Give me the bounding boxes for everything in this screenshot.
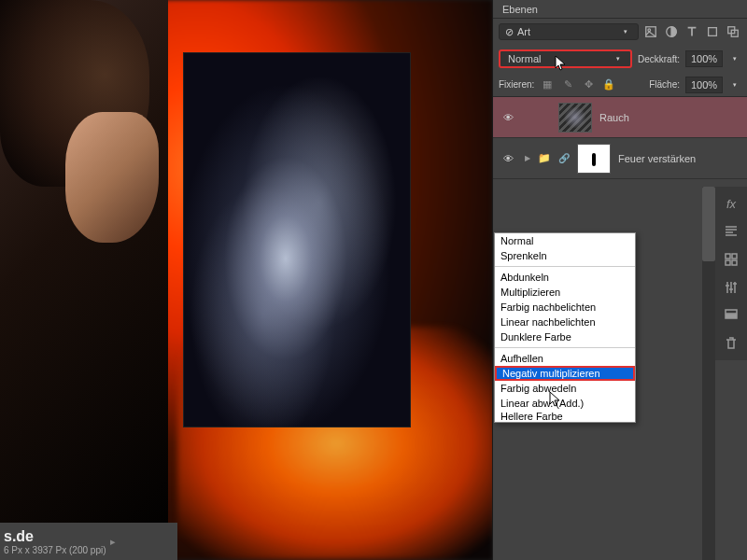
lock-row: Fixieren: ▦ ✎ ✥ 🔒 Fläche: 100% ▾ [493, 73, 747, 97]
layer-filter-dropdown[interactable]: ⊘ Art ▾ [499, 23, 639, 40]
person-figure [0, 0, 168, 560]
filter-adjustment-icon[interactable] [663, 23, 680, 40]
lock-icons-group: ▦ ✎ ✥ 🔒 [540, 77, 616, 92]
blend-mode-row: Normal ▾ Deckkraft: 100% ▾ [493, 45, 747, 73]
person-face [65, 112, 159, 243]
expand-group-icon[interactable]: ▶ [525, 154, 530, 162]
fill-value-text: 100% [691, 79, 717, 91]
side-dock: fx [715, 187, 747, 360]
eye-icon: 👁 [503, 112, 514, 123]
blend-option-aufhellen[interactable]: Aufhellen [495, 351, 635, 366]
cursor-pointer [555, 55, 568, 72]
svg-rect-9 [732, 260, 737, 265]
blend-option-farbig-abwedeln[interactable]: Farbig abwedeln [495, 381, 635, 396]
blend-option-hellere-farbe[interactable]: Hellere Farbe [495, 411, 635, 422]
panel-title: Ebenen [502, 4, 538, 15]
layer-row-feuer[interactable]: 👁 ▶ 📁 🔗 Feuer verstärken [493, 138, 747, 179]
layer-mask-thumbnail[interactable] [577, 144, 611, 174]
lock-pixels-icon[interactable]: ✎ [560, 77, 575, 92]
canvas-area[interactable]: s.de 6 Px x 3937 Px (200 ppi) ▸ [0, 0, 492, 560]
layers-scrollbar[interactable] [702, 187, 715, 560]
lock-all-icon[interactable]: 🔒 [601, 77, 616, 92]
filter-shape-icon[interactable] [704, 23, 721, 40]
svg-rect-8 [726, 260, 730, 265]
panel-tab-layers[interactable]: Ebenen [493, 0, 747, 19]
filter-smartobject-icon[interactable] [725, 23, 741, 40]
blend-option-dunklere-farbe[interactable]: Dunklere Farbe [495, 329, 635, 344]
layer-row-rauch[interactable]: 👁 Rauch [493, 97, 747, 138]
blend-mode-menu[interactable]: Normal Sprenkeln Abdunkeln Multipliziere… [494, 232, 636, 423]
status-bar: s.de 6 Px x 3937 Px (200 ppi) ▸ [0, 523, 177, 560]
chevron-updown-icon: ▾ [612, 50, 625, 67]
blend-option-negativ-multiplizieren[interactable]: Negativ multiplizieren [495, 366, 635, 381]
watermark-text: s.de [4, 528, 106, 545]
blend-option-normal[interactable]: Normal [495, 233, 635, 248]
smoke-texture [184, 53, 410, 427]
smoke-layer-image[interactable] [183, 52, 411, 427]
trash-icon[interactable] [722, 334, 740, 353]
visibility-toggle[interactable]: 👁 [499, 112, 517, 123]
opacity-value-text: 100% [691, 53, 717, 64]
layer-name: Rauch [599, 112, 629, 123]
visibility-toggle[interactable]: 👁 [499, 153, 517, 164]
blend-option-farbig-nachbelichten[interactable]: Farbig nachbelichten [495, 300, 635, 315]
blend-option-multiplizieren[interactable]: Multiplizieren [495, 285, 635, 300]
styles-icon[interactable] [722, 306, 740, 325]
chevron-down-icon: ▾ [619, 23, 632, 40]
eye-icon: 👁 [503, 153, 514, 164]
layer-thumbnail-rauch[interactable] [558, 103, 592, 133]
blend-mode-value: Normal [508, 53, 541, 64]
layer-name: Feuer verstärken [618, 153, 696, 164]
opacity-label: Deckkraft: [638, 54, 680, 64]
svg-rect-3 [709, 28, 717, 36]
blend-option-linear-abw[interactable]: Linear abw. (Add.) [495, 396, 635, 411]
svg-rect-11 [726, 315, 737, 318]
blend-option-abdunkeln[interactable]: Abdunkeln [495, 270, 635, 285]
swatches-icon[interactable] [722, 250, 740, 269]
folder-icon: 📁 [538, 152, 551, 164]
lock-position-icon[interactable]: ✥ [581, 77, 596, 92]
lock-transparency-icon[interactable]: ▦ [540, 77, 555, 92]
lock-label: Fixieren: [499, 79, 534, 90]
filter-label: Art [517, 26, 530, 37]
svg-rect-6 [726, 254, 730, 259]
svg-rect-7 [732, 254, 737, 259]
opacity-input[interactable]: 100% [685, 50, 723, 67]
paragraph-icon[interactable] [722, 222, 740, 241]
link-icon: 🔗 [558, 153, 570, 163]
filter-row: ⊘ Art ▾ [493, 19, 747, 45]
adjustments-icon[interactable] [722, 278, 740, 297]
expand-status-icon[interactable]: ▸ [110, 536, 116, 548]
svg-rect-10 [726, 310, 737, 314]
blend-option-linear-nachbelichten[interactable]: Linear nachbelichten [495, 315, 635, 329]
menu-separator [495, 347, 635, 348]
menu-separator [495, 266, 635, 267]
document-dimensions: 6 Px x 3937 Px (200 ppi) [4, 545, 106, 555]
blend-mode-dropdown[interactable]: Normal ▾ [499, 49, 632, 68]
fill-input[interactable]: 100% [685, 77, 723, 93]
opacity-chevron-icon[interactable]: ▾ [728, 50, 741, 67]
blend-option-sprenkeln[interactable]: Sprenkeln [495, 248, 635, 263]
fill-label: Fläche: [649, 79, 680, 90]
fill-chevron-icon[interactable]: ▾ [728, 77, 741, 93]
scrollbar-thumb[interactable] [702, 187, 715, 261]
filter-image-icon[interactable] [642, 23, 659, 40]
filter-type-icon[interactable] [684, 23, 700, 40]
fx-icon[interactable]: fx [722, 194, 740, 213]
svg-point-1 [648, 29, 651, 32]
search-icon: ⊘ [505, 26, 514, 38]
